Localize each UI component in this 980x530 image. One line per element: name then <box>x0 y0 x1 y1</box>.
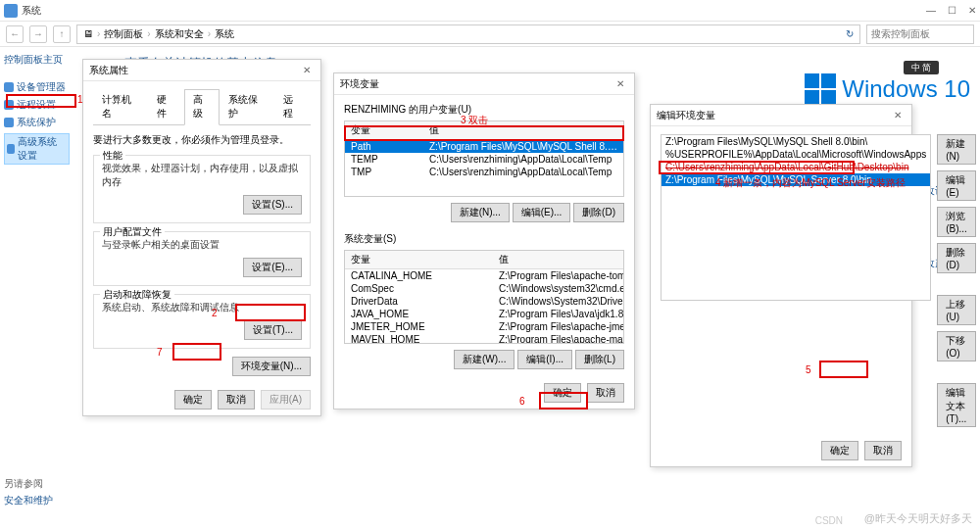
refresh-icon[interactable]: ↻ <box>846 28 854 39</box>
csdn-watermark: CSDN <box>815 515 843 526</box>
list-item[interactable]: %USERPROFILE%\AppData\Local\Microsoft\Wi… <box>662 148 930 161</box>
nav-forward-icon[interactable]: → <box>29 25 47 43</box>
windows-logo: Windows 10 <box>805 73 970 105</box>
startup-settings-button[interactable]: 设置(T)... <box>244 320 302 340</box>
path-browse-button[interactable]: 浏览(B)... <box>937 207 976 237</box>
security-link[interactable]: 安全和维护 <box>4 494 53 507</box>
maximize-icon[interactable]: ☐ <box>948 5 956 16</box>
table-row[interactable]: DriverDataC:\Windows\System32\Drivers\Dr… <box>345 295 624 308</box>
sys-del-button[interactable]: 删除(L) <box>575 350 624 369</box>
dlg2-title: 环境变量 <box>340 77 379 91</box>
shield-icon <box>4 100 14 110</box>
tab-advanced[interactable]: 高级 <box>184 89 220 125</box>
close-icon[interactable]: ✕ <box>612 78 628 89</box>
user-del-button[interactable]: 删除(D) <box>573 203 624 222</box>
sidebar-item-protection[interactable]: 系统保护 <box>4 116 70 129</box>
profiles-settings-button[interactable]: 设置(E)... <box>243 258 302 277</box>
nav-up-icon[interactable]: ↑ <box>53 25 71 43</box>
path-edit-button[interactable]: 编辑(E) <box>937 170 976 201</box>
bc-0[interactable]: 控制面板 <box>104 27 143 41</box>
path-list[interactable]: Z:\Program Files\MySQL\MySQL Shell 8.0\b… <box>661 134 931 301</box>
perf-group: 性能 视觉效果，处理器计划，内存使用，以及虚拟内存 设置(S)... <box>93 155 311 223</box>
close-icon[interactable]: ✕ <box>890 110 906 120</box>
nav-back-icon[interactable]: ← <box>6 25 24 43</box>
table-row[interactable]: JMETER_HOMEZ:\Program Files\apache-jmete… <box>345 320 624 333</box>
ok-button[interactable]: 确定 <box>821 441 858 460</box>
table-row[interactable]: TMPC:\Users\renzhiming\AppData\Local\Tem… <box>345 166 623 178</box>
close-icon[interactable]: ✕ <box>299 65 315 75</box>
table-row[interactable]: TEMPC:\Users\renzhiming\AppData\Local\Te… <box>345 153 623 166</box>
ok-button[interactable]: 确定 <box>174 390 212 410</box>
sidebar-item-device-mgr[interactable]: 设备管理器 <box>4 80 70 94</box>
window-title: 系统 <box>22 4 926 18</box>
path-up-button[interactable]: 上移(U) <box>937 295 976 325</box>
startup-group: 启动和故障恢复 系统启动、系统故障和调试信息 设置(T)... <box>93 294 311 349</box>
path-down-button[interactable]: 下移(O) <box>937 331 976 361</box>
admin-note: 要进行大多数更改，你必须作为管理员登录。 <box>93 133 311 147</box>
profiles-group: 用户配置文件 与登录帐户相关的桌面设置 设置(E)... <box>93 231 311 286</box>
sys-new-button[interactable]: 新建(W)... <box>454 350 514 369</box>
user-edit-button[interactable]: 编辑(E)... <box>513 203 571 222</box>
table-row[interactable]: MAVEN_HOMEZ:\Program Files\apache-maven-… <box>345 333 624 344</box>
sys-vars-list[interactable]: 变量值 CATALINA_HOMEZ:\Program Files\apache… <box>344 250 624 344</box>
sys-edit-button[interactable]: 编辑(I)... <box>517 350 572 369</box>
search-input[interactable] <box>866 24 974 44</box>
sidebar-item-remote[interactable]: 远程设置 <box>4 98 70 112</box>
tab-protection[interactable]: 系统保护 <box>220 89 274 124</box>
path-new-button[interactable]: 新建(N) <box>937 134 976 165</box>
table-row[interactable]: PathZ:\Program Files\MySQL\MySQL Shell 8… <box>345 140 623 154</box>
window-titlebar: 系统 — ☐ ✕ <box>0 0 980 22</box>
perf-settings-button[interactable]: 设置(S)... <box>243 195 302 215</box>
sys-vars-label: 系统变量(S) <box>344 232 624 246</box>
bc-1[interactable]: 系统和安全 <box>155 27 204 41</box>
list-item[interactable]: Z:\Program Files\MySQL\MySQL Server 8.0\… <box>662 173 930 186</box>
windows-icon <box>805 73 836 105</box>
cancel-button[interactable]: 取消 <box>587 383 624 403</box>
table-row[interactable]: JAVA_HOMEZ:\Program Files\Java\jdk1.8.0_… <box>345 308 624 320</box>
shield-icon <box>4 82 14 92</box>
shield-icon <box>4 118 14 127</box>
list-item[interactable]: Z:\Program Files\MySQL\MySQL Shell 8.0\b… <box>662 135 930 148</box>
list-item[interactable]: C:\Users\renzhiming\AppData\Local\GitHub… <box>662 161 930 173</box>
sidebar-item-advanced[interactable]: 高级系统设置 <box>4 133 70 165</box>
author-watermark: @昨天今天明天好多天 <box>864 511 972 526</box>
ok-button[interactable]: 确定 <box>544 383 581 403</box>
user-new-button[interactable]: 新建(N)... <box>451 203 510 222</box>
dlg3-title: 编辑环境变量 <box>657 109 715 122</box>
see-also-label: 另请参阅 <box>4 477 53 491</box>
user-vars-label: RENZHIMING 的用户变量(U) <box>344 103 624 117</box>
shield-icon <box>7 144 15 154</box>
cancel-button[interactable]: 取消 <box>864 441 902 460</box>
bc-root: 🖥 <box>83 28 93 39</box>
tab-hw[interactable]: 硬件 <box>148 89 184 124</box>
bc-2[interactable]: 系统 <box>215 27 234 41</box>
cancel-button[interactable]: 取消 <box>218 390 255 410</box>
tab-remote[interactable]: 远程 <box>274 89 311 124</box>
ime-indicator[interactable]: 中 简 <box>904 61 939 74</box>
edit-path-dialog: 编辑环境变量✕ Z:\Program Files\MySQL\MySQL She… <box>650 104 912 467</box>
close-icon[interactable]: ✕ <box>968 5 976 16</box>
path-del-button[interactable]: 删除(D) <box>937 243 976 273</box>
minimize-icon[interactable]: — <box>926 5 936 16</box>
user-vars-list[interactable]: 变量值 PathZ:\Program Files\MySQL\MySQL She… <box>344 120 624 197</box>
apply-button[interactable]: 应用(A) <box>261 390 311 410</box>
system-properties-dialog: 系统属性✕ 计算机名 硬件 高级 系统保护 远程 要进行大多数更改，你必须作为管… <box>82 59 321 416</box>
dlg1-title: 系统属性 <box>89 64 128 77</box>
env-vars-dialog: 环境变量✕ RENZHIMING 的用户变量(U) 变量值 PathZ:\Pro… <box>333 72 635 410</box>
table-row[interactable]: ComSpecC:\Windows\system32\cmd.exe <box>345 282 624 295</box>
tab-name[interactable]: 计算机名 <box>93 89 148 124</box>
footer-links: 另请参阅 安全和维护 <box>4 477 53 510</box>
breadcrumb[interactable]: 🖥› 控制面板› 系统和安全› 系统 ↻ <box>76 24 860 44</box>
table-row[interactable]: CATALINA_HOMEZ:\Program Files\apache-tom… <box>345 269 624 283</box>
sidebar-home[interactable]: 控制面板主页 <box>4 53 70 67</box>
app-icon <box>4 4 18 18</box>
env-vars-button[interactable]: 环境变量(N)... <box>232 357 311 376</box>
navbar: ← → ↑ 🖥› 控制面板› 系统和安全› 系统 ↻ <box>0 22 980 47</box>
sidebar: 控制面板主页 设备管理器 远程设置 系统保护 高级系统设置 <box>0 47 74 530</box>
path-edit-text-button[interactable]: 编辑文本(T)... <box>937 383 976 427</box>
tabs: 计算机名 硬件 高级 系统保护 远程 <box>93 89 311 125</box>
